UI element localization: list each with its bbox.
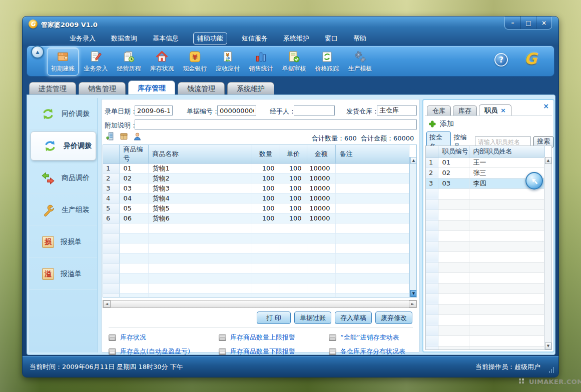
toolbar-business-entry-button[interactable]: 业务录入 <box>80 48 112 76</box>
scroll-up-icon[interactable]: ▲ <box>410 157 417 164</box>
document-form-panel: 录单日期： 单据编号： 经手人： 发货仓库： 附加说明： 合计数量：600 合计… <box>101 99 420 352</box>
toolbar-price-tracking-button[interactable]: 价格跟踪 <box>311 48 343 76</box>
current-time-text: 当前时间：2009年06月11日 星期四 18时30分 下午 <box>30 362 183 372</box>
menu-item-basic-info[interactable]: 基本信息 <box>152 33 180 44</box>
empty-row <box>426 230 544 241</box>
items-horizontal-scrollbar[interactable]: ◄ ► <box>103 300 417 308</box>
post-document-button[interactable]: 单据过账 <box>294 312 331 324</box>
tab-inventory[interactable]: 库存 <box>453 106 477 116</box>
sidebar-item-same-price-transfer[interactable]: 同价调拨 <box>29 98 97 130</box>
menu-item-window[interactable]: 窗口 <box>324 33 339 44</box>
scroll-down-icon[interactable]: ▼ <box>545 342 551 350</box>
toolbar-production-template-button[interactable]: 生产模板 <box>344 48 376 76</box>
link-allround-change-report[interactable]: “全能”进销存变动表 <box>329 333 413 342</box>
scroll-right-icon[interactable]: ► <box>409 300 416 308</box>
menu-item-help[interactable]: 帮助 <box>352 33 367 44</box>
lookup-tabs: 仓库 库存 职员 × <box>427 104 511 116</box>
employee-vertical-scrollbar[interactable]: ▲ ▼ <box>544 157 551 350</box>
empty-row <box>426 262 544 272</box>
doc-number-input[interactable] <box>217 106 256 116</box>
help-icon[interactable]: ? <box>494 53 508 66</box>
scroll-left-icon[interactable]: ◄ <box>103 300 111 308</box>
sidebar-item-diff-price-transfer[interactable]: 异价调拨 <box>31 132 96 160</box>
warehouse-input[interactable] <box>377 106 417 116</box>
maximize-button[interactable]: □ <box>520 16 536 29</box>
report-icon <box>329 348 336 355</box>
col-product-name: 商品名称 <box>148 145 252 164</box>
person-icon[interactable] <box>133 132 142 141</box>
menu-item-sms-service[interactable]: 短信服务 <box>241 33 269 44</box>
menu-item-aux-functions[interactable]: 辅助功能 <box>193 32 227 44</box>
table-row[interactable]: 404货物410010010000 <box>103 194 409 204</box>
package-icon[interactable] <box>119 132 129 141</box>
tab-cashflow-management[interactable]: 钱流管理 <box>178 82 225 95</box>
toolbar-sales-stats-button[interactable]: 销售统计 <box>245 48 277 76</box>
col-amount: 金额 <box>307 145 335 164</box>
items-vertical-scrollbar[interactable]: ▲ ▼ <box>409 157 417 297</box>
table-row[interactable]: 505货物510010010000 <box>103 204 409 214</box>
minimize-button[interactable]: – <box>505 16 520 29</box>
add-employee-button[interactable]: 添加 <box>429 120 454 128</box>
table-row[interactable]: 101货物110010010000 <box>103 164 409 174</box>
col-employee-code: 职员编号 <box>438 146 469 157</box>
tab-purchase-management[interactable]: 进货管理 <box>29 82 76 95</box>
link-upper-limit-alert[interactable]: 库存商品数量上限报警 <box>219 333 329 342</box>
empty-row <box>103 224 409 234</box>
panel-close-icon[interactable]: × <box>543 102 549 110</box>
app-logo-icon: G <box>29 20 38 28</box>
table-row[interactable]: 303货物310010010000 <box>103 184 409 194</box>
toolbar-receivable-payable-button[interactable]: ¥ 应收应付 <box>212 48 244 76</box>
svg-text:¥: ¥ <box>192 52 197 61</box>
tab-inventory-management[interactable]: 库存管理 <box>128 80 175 95</box>
collapse-toolbar-button[interactable]: ▲ <box>31 46 44 58</box>
price-adjust-arrows-icon <box>41 171 55 185</box>
tab-employee[interactable]: 职员 × <box>479 104 511 116</box>
menu-item-business-entry[interactable]: 业务录入 <box>69 33 97 44</box>
menu-item-system-maintenance[interactable]: 系统维护 <box>282 33 310 44</box>
link-inventory-status[interactable]: 库存状况 <box>109 333 219 342</box>
toolbar-business-history-button[interactable]: 经营历程 <box>113 48 145 76</box>
close-button[interactable]: × <box>536 16 551 29</box>
table-row[interactable]: 606货物610010010000 <box>103 214 409 224</box>
tab-system-maintenance[interactable]: 系统维护 <box>227 82 274 95</box>
sidebar-item-production-assembly[interactable]: 生产组装 <box>29 194 97 226</box>
receivable-payable-icon: ¥ <box>221 50 235 64</box>
save-draft-button[interactable]: 存入草稿 <box>335 312 372 324</box>
link-stocktaking[interactable]: 库存盘点(自动盘盈盘亏) <box>109 347 219 356</box>
date-input[interactable] <box>135 106 173 116</box>
tab-close-icon[interactable]: × <box>500 106 506 116</box>
handler-input[interactable] <box>294 106 335 116</box>
toolbar-document-audit-button[interactable]: 单据审核 <box>278 48 310 76</box>
empty-row <box>426 336 544 346</box>
col-note: 备注 <box>335 145 409 164</box>
menu-item-data-query[interactable]: 数据查询 <box>110 33 138 44</box>
toolbar-inventory-status-button[interactable]: 库存状况 <box>146 48 178 76</box>
scroll-up-icon[interactable]: ▲ <box>545 157 551 164</box>
sidebar-item-loss-report[interactable]: 损 报损单 <box>29 226 97 258</box>
table-row[interactable]: 202货物210010010000 <box>103 174 409 184</box>
link-warehouse-distribution[interactable]: 各仓库库存分布状况表 <box>329 347 413 356</box>
toolbar-initial-setup-button[interactable]: 初期建账 <box>47 48 79 76</box>
empty-row <box>426 325 544 336</box>
building-icon[interactable] <box>106 132 115 141</box>
resize-grip[interactable] <box>548 367 555 374</box>
toolbar-cash-bank-button[interactable]: ¥ 现金银行 <box>179 48 211 76</box>
overflow-box-icon: 溢 <box>42 268 54 280</box>
tab-sales-management[interactable]: 销售管理 <box>79 82 126 95</box>
report-icon <box>329 334 336 341</box>
link-lower-limit-alert[interactable]: 库存商品数量下限报警 <box>219 347 329 356</box>
print-button[interactable]: 打 印 <box>257 312 291 324</box>
employee-row[interactable]: 101王一 <box>426 157 544 168</box>
toolbar-buttons: 初期建账 业务录入 经营历程 库存状况 ¥ 现金银行 <box>27 46 554 76</box>
note-input[interactable] <box>135 120 417 130</box>
empty-row <box>426 283 544 294</box>
discard-changes-button[interactable]: 废弃修改 <box>375 312 412 324</box>
tab-warehouse[interactable]: 仓库 <box>427 106 451 116</box>
sidebar-item-price-adjustment[interactable]: 商品调价 <box>29 162 97 194</box>
brand-logo-icon: G <box>524 50 537 68</box>
gears-icon <box>353 50 367 64</box>
empty-row <box>426 294 544 304</box>
price-tracking-icon <box>320 50 334 64</box>
sidebar-item-overflow-report[interactable]: 溢 报溢单 <box>29 258 97 290</box>
scroll-down-icon[interactable]: ▼ <box>410 290 417 297</box>
